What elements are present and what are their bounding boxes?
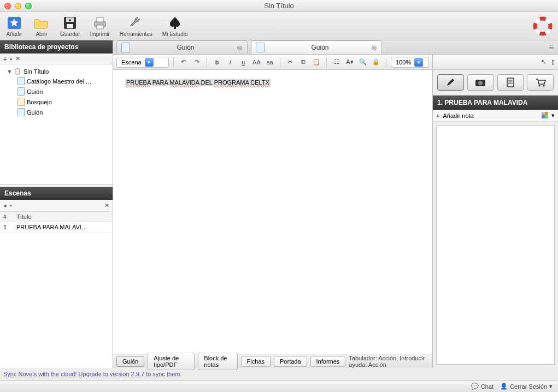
list-icon xyxy=(506,78,515,87)
font-button[interactable]: A▾ xyxy=(344,57,355,68)
tab-guion-2[interactable]: Guión ⊗ xyxy=(251,40,382,54)
project-tree[interactable]: ▼ 📋 Sin Título Catálogo Maestro del … Gu… xyxy=(0,64,113,185)
wrench-icon xyxy=(127,15,145,31)
add-note-icon[interactable]: + xyxy=(436,112,439,119)
tools-button[interactable]: Herramientas xyxy=(120,15,152,37)
redo-button[interactable]: ↷ xyxy=(191,57,202,68)
tree-item[interactable]: Catálogo Maestro del … xyxy=(0,76,113,86)
tree-item-label: Catálogo Maestro del … xyxy=(27,78,92,85)
right-scene-header: 1. PRUEBA PARA MALAVIDA xyxy=(433,96,558,110)
add-project-icon[interactable]: + xyxy=(3,56,7,62)
bottom-tab-cover[interactable]: Portada xyxy=(274,356,307,367)
paste-button[interactable]: 📋 xyxy=(311,57,322,68)
scenes-header: Escenas xyxy=(0,187,113,200)
main-toolbar: Añadir Abrir Guardar Imprimir Herramient… xyxy=(0,12,558,40)
scenes-flag-icon[interactable]: ▪ xyxy=(10,202,12,209)
tree-root-label: Sin Título xyxy=(24,68,49,75)
folder-small-icon[interactable]: ▪ xyxy=(10,56,12,62)
projects-header: Biblioteca de proyectos xyxy=(0,40,113,54)
undo-button[interactable]: ↶ xyxy=(178,57,189,68)
note-menu-icon[interactable]: ▾ xyxy=(551,112,555,119)
scene-heading[interactable]: PRUEBA PARA MALAVIDA DEL PROGRAMA CELTX xyxy=(125,79,271,86)
help-button[interactable] xyxy=(533,16,553,36)
notes-tab[interactable] xyxy=(437,74,464,91)
dropdown-arrow-icon: ▾ xyxy=(414,58,423,67)
spade-icon xyxy=(166,15,184,31)
chat-button[interactable]: 💬 Chat xyxy=(471,383,494,390)
print-button[interactable]: Imprimir xyxy=(90,15,110,37)
breakdown-tab[interactable] xyxy=(497,74,524,91)
media-tab[interactable] xyxy=(467,74,494,91)
svg-rect-7 xyxy=(97,25,103,29)
svg-rect-8 xyxy=(174,26,176,29)
close-tab-icon[interactable]: ⊗ xyxy=(237,44,243,52)
tree-item[interactable]: Guión xyxy=(0,107,113,117)
folder-icon xyxy=(33,15,50,31)
tree-item[interactable]: Bosquejo xyxy=(0,97,113,107)
save-button[interactable]: Guardar xyxy=(60,15,80,37)
tools-label: Herramientas xyxy=(120,31,152,37)
script-page[interactable]: PRUEBA PARA MALAVIDA DEL PROGRAMA CELTX xyxy=(113,70,432,354)
chat-label: Chat xyxy=(481,383,494,390)
lock-button[interactable]: 🔒 xyxy=(371,57,381,68)
bottom-tab-notes[interactable]: Block de notas xyxy=(198,353,237,370)
right-ops: + Añadir nota ▾ xyxy=(433,110,558,122)
scenes-prev-icon[interactable]: ◂ xyxy=(3,202,7,209)
page-width-icon[interactable]: ▯ xyxy=(551,58,555,66)
scene-list[interactable]: # Título 1 PRUEBA PARA MALAVI… xyxy=(0,212,113,368)
zoom-dropdown[interactable]: 100% ▾ xyxy=(391,57,429,68)
sync-upgrade-link[interactable]: Sync Novels with the cloud! Upgrade to v… xyxy=(3,371,182,377)
tab-guion-1[interactable]: Guión ⊗ xyxy=(116,40,248,54)
camera-icon xyxy=(475,78,486,87)
document-icon xyxy=(121,43,130,52)
tree-item-label: Bosquejo xyxy=(27,99,52,105)
projects-ops: + ▪ ✕ xyxy=(0,54,113,64)
tab-overflow-button[interactable]: ☰ xyxy=(544,40,558,54)
element-type-value: Escena xyxy=(121,59,142,66)
scenes-ops: ◂ ▪ ✕ xyxy=(0,200,113,212)
cut-button[interactable]: ✂ xyxy=(284,57,295,68)
status-bar: 💬 Chat 👤 Cerrar Sesión ▾ xyxy=(0,380,558,392)
tree-root[interactable]: ▼ 📋 Sin Título xyxy=(0,67,113,76)
svg-rect-13 xyxy=(507,78,514,87)
delete-icon[interactable]: ✕ xyxy=(15,55,20,62)
studio-button[interactable]: Mi Estudio xyxy=(162,15,188,37)
add-note-label[interactable]: Añadir nota xyxy=(443,112,473,119)
underline-button[interactable]: u xyxy=(238,57,249,68)
color-grid-icon[interactable] xyxy=(542,112,548,118)
user-icon: 👤 xyxy=(500,383,508,390)
lowercase-button[interactable]: aa xyxy=(264,57,275,68)
copy-button[interactable]: ⧉ xyxy=(298,57,309,68)
add-button[interactable]: Añadir xyxy=(5,15,23,37)
footer-row: Sync Novels with the cloud! Upgrade to v… xyxy=(0,368,558,380)
close-tab-icon[interactable]: ⊗ xyxy=(371,44,377,52)
find-button[interactable]: 🔍 xyxy=(357,57,368,68)
element-type-dropdown[interactable]: Escena ▾ xyxy=(116,57,169,68)
open-button[interactable]: Abrir xyxy=(33,15,50,37)
chat-icon: 💬 xyxy=(471,383,479,390)
scenes-close-icon[interactable]: ✕ xyxy=(104,202,109,209)
tab-hint: Tabulador: Acción, Introducir ayuda: Acc… xyxy=(349,355,429,368)
scene-row[interactable]: 1 PRUEBA PARA MALAVI… xyxy=(0,222,113,233)
col-number[interactable]: # xyxy=(0,212,13,222)
italic-button[interactable]: i xyxy=(225,57,236,68)
disclosure-triangle-icon[interactable]: ▼ xyxy=(7,68,11,75)
bold-button[interactable]: b xyxy=(212,57,222,68)
save-label: Guardar xyxy=(60,31,80,37)
bottom-tab-reports[interactable]: Informes xyxy=(310,356,346,367)
dual-dialog-button[interactable]: ☷ xyxy=(331,57,342,68)
tree-item[interactable]: Guión xyxy=(0,86,113,97)
open-label: Abrir xyxy=(36,31,47,37)
bottom-tab-cards[interactable]: Fichas xyxy=(241,356,271,367)
session-label: Cerrar Sesión xyxy=(510,383,547,390)
cursor-icon[interactable]: ↖ xyxy=(541,58,546,66)
notes-area[interactable] xyxy=(436,125,555,365)
dropdown-arrow-icon: ▾ xyxy=(145,58,154,67)
col-title[interactable]: Título xyxy=(13,212,113,222)
uppercase-button[interactable]: AA xyxy=(251,57,262,68)
session-button[interactable]: 👤 Cerrar Sesión ▾ xyxy=(500,383,553,390)
catalog-tab[interactable] xyxy=(527,74,554,91)
bottom-tab-pdf[interactable]: Ajuste de tipo/PDF xyxy=(148,353,195,370)
right-toolbar: ↖ ▯ xyxy=(433,55,558,70)
bottom-tab-guion[interactable]: Guión xyxy=(116,356,144,367)
